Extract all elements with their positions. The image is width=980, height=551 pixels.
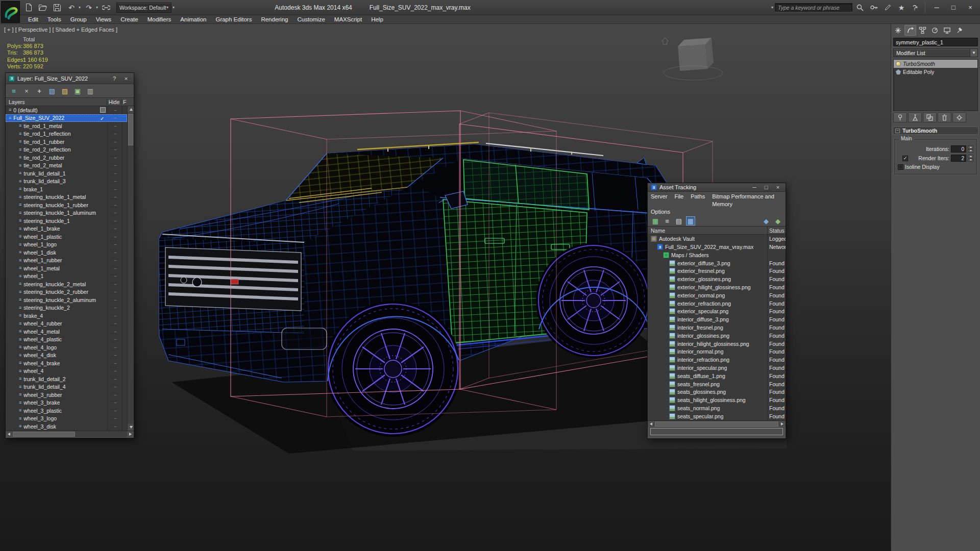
layer-hide-cell[interactable]: – (109, 250, 122, 255)
scene-link-icon[interactable] (100, 2, 112, 14)
layer-row[interactable]: ≡ trunk_lid_detail_3 – (6, 178, 127, 186)
layer-dialog-titlebar[interactable]: 3 Layer: Full_Size_SUV_2022 ? × (6, 73, 134, 84)
asset-row[interactable]: Maps / Shaders (648, 251, 786, 259)
layer-row[interactable]: ≡ tie_rod_2_reflection – (6, 146, 127, 154)
layer-row[interactable]: ≡ steering_knuckle_2 – (6, 304, 127, 312)
layer-hide-cell[interactable]: – (109, 147, 122, 152)
layer-row[interactable]: ≡ wheel_3_disk – (6, 422, 127, 431)
layer-hide-cell[interactable]: – (109, 313, 122, 318)
asset-dialog-maximize-button[interactable]: □ (762, 183, 771, 191)
layer-marker[interactable] (100, 337, 106, 342)
iterations-spinner[interactable] (968, 145, 973, 153)
layer-hide-cell[interactable]: – (109, 155, 122, 160)
asset-row[interactable]: seats_fresnel.png Found (648, 380, 786, 388)
layer-row[interactable]: ≡ wheel_4_plastic – (6, 336, 127, 344)
layer-hide-cell[interactable]: – (109, 282, 122, 287)
menu-item[interactable]: Help (366, 15, 388, 24)
layer-hide-cell[interactable]: – (109, 123, 122, 129)
save-file-icon[interactable] (51, 2, 63, 14)
layer-row[interactable]: ≡ wheel_1_metal – (6, 264, 127, 272)
layer-dialog-help-button[interactable]: ? (110, 74, 119, 83)
layer-hide-cell[interactable]: – (109, 384, 122, 389)
layer-hide-cell[interactable]: – (109, 187, 122, 192)
layers-column-header[interactable]: Layers (6, 99, 107, 105)
layer-marker[interactable] (100, 123, 106, 129)
layer-marker[interactable] (100, 281, 106, 287)
asset-dialog-titlebar[interactable]: 3 Asset Tracking ─ □ × (648, 183, 786, 192)
asset-scroll-thumb[interactable] (655, 421, 778, 427)
layer-hide-cell[interactable]: – (109, 179, 122, 184)
redo-icon[interactable]: ↷ (83, 2, 95, 14)
create-new-layer-icon[interactable]: ≡ (9, 86, 18, 95)
layer-row[interactable]: ≡ steering_knuckle_1_metal – (6, 193, 127, 202)
layer-marker[interactable] (100, 297, 106, 303)
layer-marker[interactable] (100, 131, 106, 137)
layer-hide-cell[interactable]: – (109, 345, 122, 350)
asset-row[interactable]: exterior_glossines.png Found (648, 275, 786, 283)
layer-row[interactable]: ≡ wheel_4_metal – (6, 328, 127, 336)
asset-row[interactable]: seats_hilight_glossiness.png Found (648, 396, 786, 404)
layer-hide-cell[interactable]: – (109, 361, 122, 366)
asset-row[interactable]: Full_Size_SUV_2022_max_vray.max Networ (648, 243, 786, 251)
layer-row[interactable]: ≡ brake_4 – (6, 312, 127, 320)
asset-menu-item[interactable]: Paths (691, 193, 705, 208)
layer-marker[interactable] (100, 273, 106, 279)
layer-row[interactable]: ≡ wheel_4 – (6, 367, 127, 375)
layer-marker[interactable] (100, 305, 106, 311)
name-column-header[interactable]: Name (648, 228, 767, 234)
asset-row[interactable]: interior_specular.png Found (648, 364, 786, 372)
asset-row[interactable]: seats_specular.png Found (648, 412, 786, 420)
layer-dialog-close-button[interactable]: × (121, 74, 131, 83)
modifier-stack-item[interactable]: Editable Poly (894, 68, 977, 76)
toolbar-overflow-caret-icon[interactable]: ▾ (173, 5, 175, 10)
asset-row[interactable]: exterior_fresnel.png Found (648, 267, 786, 276)
layer-hide-cell[interactable]: – (109, 368, 122, 373)
search-icon[interactable] (854, 2, 866, 14)
modifier-list-dropdown[interactable]: Modifier List ▼ (893, 48, 978, 57)
menu-item[interactable]: Tools (43, 15, 66, 24)
layer-row[interactable]: ≡ Full_Size_SUV_2022 – (6, 114, 127, 122)
layer-marker[interactable] (100, 163, 106, 168)
asset-row[interactable]: exterior_normal.png Found (648, 291, 786, 299)
layer-hide-cell[interactable]: – (109, 218, 122, 223)
layer-marker[interactable] (100, 313, 106, 318)
menu-item[interactable]: Views (91, 15, 116, 24)
freeze-column-header[interactable]: F (121, 99, 134, 105)
tab-hierarchy[interactable] (917, 25, 928, 36)
scroll-down-arrow[interactable] (128, 424, 134, 431)
layer-marker[interactable] (100, 423, 106, 429)
viewcube[interactable] (662, 38, 723, 80)
layer-hide-cell[interactable]: – (109, 258, 122, 263)
layer-hide-cell[interactable]: – (109, 234, 122, 239)
layer-row[interactable]: ≡ steering_knuckle_2_metal – (6, 280, 127, 288)
asset-info-icon[interactable]: ◆ (762, 216, 771, 226)
layer-marker[interactable] (100, 384, 106, 390)
undo-icon[interactable]: ↶ (65, 2, 78, 14)
scroll-thumb-h[interactable] (13, 432, 75, 437)
render-iters-value-field[interactable]: 2 (951, 155, 966, 162)
layer-hide-cell[interactable]: – (109, 377, 122, 382)
new-scene-icon[interactable] (22, 2, 35, 14)
isoline-display-checkbox[interactable] (898, 164, 903, 170)
asset-row[interactable]: Autodesk Vault Logged (648, 235, 786, 243)
layer-hide-cell[interactable]: – (109, 210, 122, 215)
layer-row[interactable]: ≡ wheel_1_rubber – (6, 257, 127, 265)
pencil-icon[interactable] (881, 2, 894, 14)
layer-marker[interactable] (100, 368, 106, 374)
layer-hide-cell[interactable]: – (109, 108, 122, 113)
layer-marker[interactable] (100, 218, 106, 223)
delete-layer-icon[interactable]: × (22, 86, 31, 95)
layer-row[interactable]: ≡ trunk_lid_detail_1 – (6, 169, 127, 178)
layer-row[interactable]: ≡ trunk_lid_detail_2 – (6, 375, 127, 383)
layer-hide-cell[interactable]: – (109, 353, 122, 358)
layer-marker[interactable] (100, 265, 106, 271)
layer-hide-cell[interactable]: – (109, 266, 122, 271)
layer-row[interactable]: ≡ 0 (default) – (6, 106, 127, 114)
layer-marker[interactable] (100, 416, 106, 421)
asset-table-check-icon[interactable]: ▦ (651, 216, 660, 226)
configure-modifier-sets-button[interactable] (952, 113, 966, 122)
layer-row[interactable]: ≡ wheel_3_logo – (6, 415, 127, 423)
iterations-value-field[interactable]: 0 (951, 145, 966, 153)
layer-row[interactable]: ≡ wheel_3_plastic – (6, 407, 127, 415)
asset-row[interactable]: interior_glossines.png Found (648, 332, 786, 340)
